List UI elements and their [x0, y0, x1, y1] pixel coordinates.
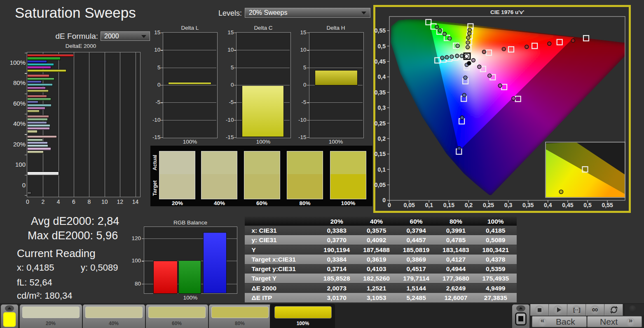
- svg-text:0,2: 0,2: [465, 202, 473, 208]
- svg-text:0,3: 0,3: [378, 104, 386, 111]
- svg-text:0,05: 0,05: [403, 202, 415, 208]
- svg-text:0,35: 0,35: [375, 89, 386, 96]
- svg-text:0: 0: [382, 197, 386, 203]
- svg-text:0,5: 0,5: [583, 202, 592, 208]
- svg-text:0,25: 0,25: [483, 202, 494, 208]
- svg-text:0,15: 0,15: [443, 202, 454, 208]
- svg-text:CIE 1976 u'v': CIE 1976 u'v': [490, 9, 524, 15]
- svg-text:0,4: 0,4: [378, 73, 386, 80]
- svg-text:0,25: 0,25: [375, 120, 386, 127]
- svg-text:0: 0: [388, 202, 391, 208]
- svg-text:0,1: 0,1: [378, 166, 386, 173]
- svg-text:0,05: 0,05: [375, 182, 386, 188]
- svg-text:0,4: 0,4: [544, 202, 552, 208]
- svg-text:0,35: 0,35: [522, 202, 534, 208]
- svg-text:0,5: 0,5: [378, 43, 386, 50]
- svg-text:0,2: 0,2: [378, 135, 386, 142]
- svg-text:0,55: 0,55: [375, 27, 386, 34]
- svg-text:0,45: 0,45: [562, 202, 573, 208]
- svg-text:0,3: 0,3: [504, 202, 513, 208]
- svg-text:0,55: 0,55: [602, 202, 613, 208]
- svg-text:0,1: 0,1: [425, 202, 433, 208]
- svg-text:0,45: 0,45: [375, 58, 386, 65]
- svg-text:0,15: 0,15: [375, 151, 386, 157]
